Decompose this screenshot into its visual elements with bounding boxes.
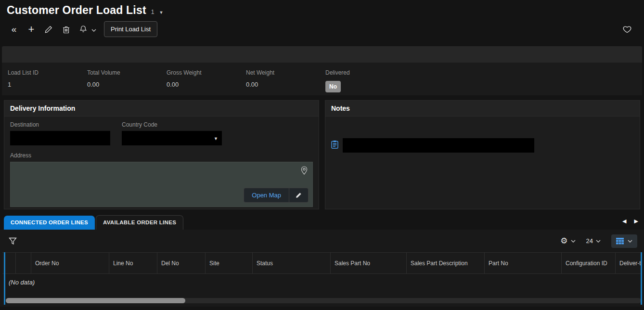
- country-code-field-group: Country Code ▼: [122, 121, 222, 145]
- page-size-value: 24: [586, 237, 593, 245]
- page-size-control[interactable]: 24: [586, 237, 601, 245]
- connected-order-lines-table: ⚙ 24 Order No Line No Del No Site Status…: [0, 230, 644, 307]
- destination-label: Destination: [10, 121, 110, 128]
- command-toolbar: « + Print Load List: [0, 17, 644, 42]
- record-count: 1: [151, 9, 155, 15]
- country-code-input[interactable]: [122, 131, 222, 145]
- tab-connected-order-lines[interactable]: CONNECTED ORDER LINES: [4, 216, 95, 230]
- chevron-down-icon: [628, 240, 632, 243]
- address-map-box: Open Map: [10, 162, 313, 207]
- edit-pencil-icon[interactable]: [41, 22, 56, 37]
- no-data-message: (No data): [0, 274, 644, 290]
- summary-field-net-weight: Net Weight 0.00: [246, 69, 325, 95]
- tab-scroll-left-icon[interactable]: ◀: [622, 218, 626, 224]
- collapsed-section-band[interactable]: [2, 46, 642, 63]
- field-value: 0.00: [167, 81, 246, 88]
- delete-trash-icon[interactable]: [59, 22, 73, 37]
- bell-icon: [76, 22, 90, 37]
- chevron-down-icon: [91, 25, 96, 34]
- column-header-status[interactable]: Status: [253, 253, 331, 273]
- collapse-back-icon[interactable]: «: [7, 22, 21, 37]
- field-label: Gross Weight: [167, 69, 246, 76]
- pencil-icon: [296, 192, 302, 198]
- column-header-del-no[interactable]: Del No: [157, 253, 206, 273]
- note-clipboard-icon[interactable]: [331, 140, 338, 151]
- summary-strip: Load List ID 1 Total Volume 0.00 Gross W…: [2, 63, 642, 95]
- column-header-deliver-to-customer[interactable]: Deliver-to-C: [616, 253, 642, 273]
- destination-field-group: Destination: [10, 121, 110, 145]
- field-value: 1: [8, 81, 87, 88]
- page-header: Customer Order Load List 1 ▼: [0, 0, 644, 17]
- column-header-sales-part-no[interactable]: Sales Part No: [331, 253, 407, 273]
- chevron-down-icon: [571, 240, 576, 243]
- map-button-group: Open Map: [244, 188, 309, 203]
- summary-field-load-list-id: Load List ID 1: [8, 69, 87, 95]
- table-header-row: Order No Line No Del No Site Status Sale…: [2, 252, 642, 274]
- address-label: Address: [10, 152, 313, 159]
- gear-icon: ⚙: [560, 237, 567, 245]
- country-code-label: Country Code: [122, 121, 222, 128]
- delivery-information-body: Destination Country Code ▼ Address Op: [4, 116, 319, 212]
- horizontal-scrollbar-track[interactable]: [6, 298, 641, 303]
- column-header-order-no[interactable]: Order No: [31, 253, 109, 273]
- open-map-button[interactable]: Open Map: [244, 188, 289, 202]
- column-header-sales-part-description[interactable]: Sales Part Description: [407, 253, 485, 273]
- summary-field-gross-weight: Gross Weight 0.00: [167, 69, 246, 95]
- table-settings-control[interactable]: ⚙: [560, 237, 575, 245]
- view-mode-control[interactable]: [611, 234, 637, 248]
- note-input[interactable]: [343, 138, 534, 153]
- destination-input[interactable]: [10, 131, 110, 145]
- table-left-scroll-edge: [4, 252, 5, 305]
- notifications-control[interactable]: [76, 22, 96, 37]
- table-grid-icon: [616, 238, 624, 245]
- edit-address-button[interactable]: [289, 188, 308, 202]
- field-value: 0.00: [246, 81, 325, 88]
- page-title: Customer Order Load List: [7, 4, 146, 17]
- summary-field-delivered: Delivered No: [325, 69, 350, 95]
- table-toolbar: ⚙ 24: [0, 230, 644, 252]
- record-selector-caret-icon[interactable]: ▼: [159, 10, 163, 15]
- field-label: Net Weight: [246, 69, 325, 76]
- tab-scroll-right-icon[interactable]: ▶: [634, 218, 638, 224]
- tab-scroll-arrows: ◀ ▶: [622, 218, 638, 224]
- tab-available-order-lines[interactable]: AVAILABLE ORDER LINES: [96, 215, 183, 230]
- horizontal-scrollbar-thumb[interactable]: [6, 298, 185, 303]
- notes-body: [325, 116, 640, 209]
- field-label: Load List ID: [8, 69, 87, 76]
- row-actions-column-header: [16, 253, 31, 273]
- column-header-part-no[interactable]: Part No: [485, 253, 562, 273]
- column-header-site[interactable]: Site: [206, 253, 253, 273]
- order-lines-tabs: CONNECTED ORDER LINES AVAILABLE ORDER LI…: [4, 215, 644, 230]
- field-label: Total Volume: [87, 69, 167, 76]
- print-load-list-button[interactable]: Print Load List: [104, 21, 157, 37]
- notes-title: Notes: [325, 101, 640, 116]
- column-header-line-no[interactable]: Line No: [109, 253, 157, 273]
- table-right-scroll-edge: [641, 252, 642, 305]
- add-icon[interactable]: +: [24, 22, 39, 37]
- column-header-configuration-id[interactable]: Configuration ID: [562, 253, 616, 273]
- field-label: Delivered: [325, 69, 350, 76]
- delivery-information-title: Delivery Information: [4, 101, 319, 116]
- favorite-heart-icon[interactable]: [620, 22, 634, 37]
- map-pin-icon: [301, 166, 308, 177]
- delivery-information-panel: Delivery Information Destination Country…: [4, 100, 319, 209]
- delivered-status-badge: No: [325, 81, 341, 92]
- chevron-down-icon: [596, 240, 601, 243]
- panels-row: Delivery Information Destination Country…: [4, 100, 640, 209]
- filter-funnel-icon[interactable]: [9, 237, 17, 245]
- summary-field-total-volume: Total Volume 0.00: [87, 69, 167, 95]
- field-value: 0.00: [87, 81, 167, 88]
- notes-panel: Notes: [325, 100, 640, 209]
